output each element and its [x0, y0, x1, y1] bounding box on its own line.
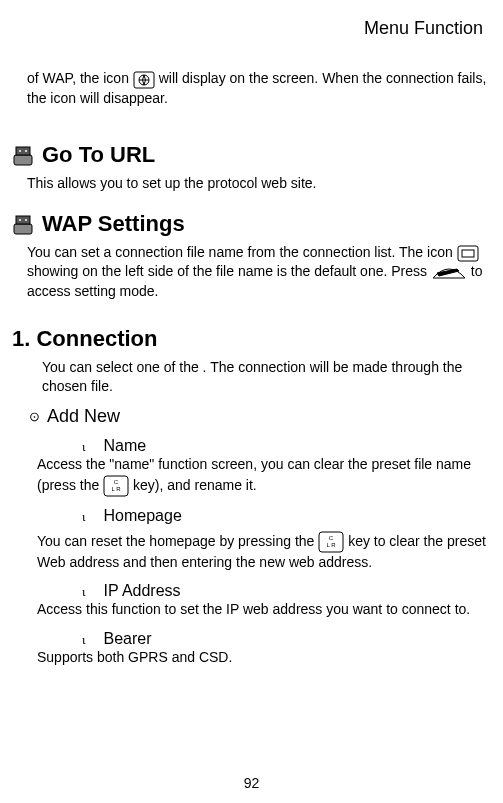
- homepage-label: Homepage: [104, 507, 182, 525]
- wap-settings-desc: You can set a connection file name from …: [27, 243, 491, 302]
- list-marker-icon: ι: [82, 509, 86, 525]
- url-section-icon: [12, 142, 36, 168]
- ip-desc: Access this function to set the IP web a…: [37, 600, 491, 620]
- svg-rect-7: [14, 224, 32, 234]
- svg-rect-11: [458, 246, 478, 261]
- intro-paragraph: of WAP, the icon will display on the scr…: [27, 69, 491, 108]
- svg-point-10: [25, 219, 27, 221]
- wap-globe-icon: [133, 70, 155, 89]
- svg-text:L R: L R: [112, 486, 122, 492]
- name-item: ι Name: [82, 437, 491, 455]
- wap-settings-heading-text: WAP Settings: [42, 211, 185, 237]
- add-new-label: Add New: [47, 406, 120, 427]
- list-marker-icon: ι: [82, 439, 86, 455]
- svg-text:C: C: [329, 535, 334, 541]
- svg-rect-12: [462, 250, 474, 257]
- connection-box-icon: [457, 244, 479, 263]
- homepage-desc-part1: You can reset the homepage by pressing t…: [37, 532, 314, 548]
- svg-point-9: [19, 219, 21, 221]
- go-to-url-heading: Go To URL: [12, 142, 491, 168]
- wap-desc-part2: showing on the left side of the file nam…: [27, 263, 427, 279]
- homepage-desc: You can reset the homepage by pressing t…: [37, 531, 491, 573]
- svg-text:L R: L R: [327, 542, 337, 548]
- svg-rect-4: [16, 147, 30, 155]
- pencil-key-icon: [431, 263, 467, 282]
- name-desc: Access the "name" function screen, you c…: [37, 455, 491, 497]
- bearer-desc: Supports both GPRS and CSD.: [37, 648, 491, 668]
- svg-point-6: [25, 150, 27, 152]
- list-marker-icon: ι: [82, 584, 86, 600]
- svg-text:C: C: [114, 479, 119, 485]
- go-to-url-heading-text: Go To URL: [42, 142, 155, 168]
- connection-desc: You can select one of the . The connecti…: [42, 358, 491, 396]
- add-new-heading: ⊙ Add New: [27, 406, 491, 427]
- header-title: Menu Function: [12, 18, 491, 39]
- homepage-item: ι Homepage: [82, 507, 491, 525]
- clr-key-icon: CL R: [318, 531, 344, 553]
- svg-rect-3: [14, 155, 32, 165]
- clr-key-icon: CL R: [103, 475, 129, 497]
- page-number: 92: [0, 775, 503, 791]
- name-desc-part2: key), and rename it.: [133, 476, 257, 492]
- go-to-url-desc: This allows you to set up the protocol w…: [27, 174, 491, 193]
- list-marker-icon: ι: [82, 632, 86, 648]
- ip-label: IP Address: [104, 582, 181, 600]
- ip-item: ι IP Address: [82, 582, 491, 600]
- wap-settings-heading: WAP Settings: [12, 211, 491, 237]
- svg-rect-8: [16, 216, 30, 224]
- bearer-item: ι Bearer: [82, 630, 491, 648]
- wap-section-icon: [12, 211, 36, 237]
- intro-part1: of WAP, the icon: [27, 70, 129, 86]
- name-label: Name: [104, 437, 147, 455]
- connection-heading: 1. Connection: [12, 326, 491, 352]
- svg-point-5: [19, 150, 21, 152]
- circle-dot-icon: ⊙: [27, 409, 41, 424]
- wap-desc-part1: You can set a connection file name from …: [27, 244, 453, 260]
- bearer-label: Bearer: [104, 630, 152, 648]
